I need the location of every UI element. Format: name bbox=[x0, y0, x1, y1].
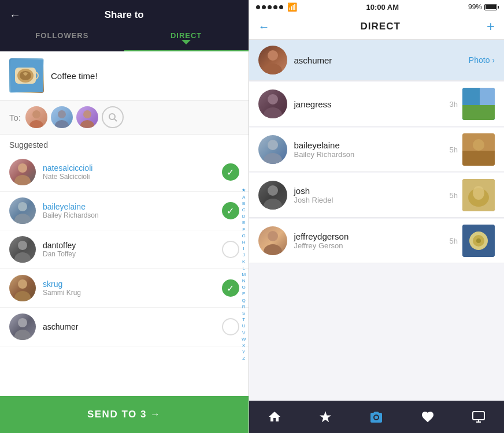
nav-camera[interactable] bbox=[368, 409, 384, 425]
svg-point-14 bbox=[18, 202, 27, 211]
nav-home[interactable] bbox=[266, 409, 283, 425]
post-thumbnail bbox=[9, 58, 44, 93]
contact-info-2: baileyelaine Bailey Richardson bbox=[43, 202, 222, 219]
left-tabs: FOLLOWERS DIRECT bbox=[0, 27, 249, 51]
direct-row-4[interactable]: josh Josh Riedel 5h bbox=[249, 173, 505, 218]
alpha-u[interactable]: U bbox=[242, 323, 246, 329]
alpha-a[interactable]: A bbox=[242, 194, 245, 200]
contact-avatar-1 bbox=[9, 159, 36, 185]
avatar-img-2 bbox=[51, 106, 73, 128]
to-avatars bbox=[25, 106, 124, 128]
nav-profile[interactable] bbox=[470, 409, 487, 425]
alpha-e[interactable]: E bbox=[242, 219, 245, 226]
direct-row-1[interactable]: aschumer Photo › bbox=[249, 40, 505, 81]
svg-rect-27 bbox=[462, 105, 495, 120]
direct-row-2[interactable]: janegress 3h bbox=[249, 82, 505, 126]
right-panel: 📶 10:00 AM 99% ← DIRECT + asch bbox=[249, 0, 505, 433]
back-button-right[interactable]: ← bbox=[258, 20, 270, 33]
status-right: 99% bbox=[468, 3, 497, 11]
svg-point-29 bbox=[268, 140, 278, 150]
to-avatar-2[interactable] bbox=[51, 106, 73, 128]
sparkle-icon bbox=[318, 410, 332, 424]
direct-username-4: josh bbox=[294, 186, 450, 196]
check-circle-2[interactable]: ✓ bbox=[222, 202, 239, 219]
alpha-i[interactable]: I bbox=[243, 245, 244, 252]
to-label: To: bbox=[9, 113, 21, 122]
alpha-v[interactable]: V bbox=[242, 330, 245, 336]
alpha-y[interactable]: Y bbox=[242, 349, 245, 355]
direct-avatar-img-4 bbox=[258, 181, 287, 210]
alpha-k[interactable]: K bbox=[242, 259, 245, 265]
tab-indicator bbox=[181, 40, 191, 44]
check-circle-3[interactable] bbox=[222, 241, 239, 258]
alpha-g[interactable]: G bbox=[242, 233, 246, 239]
contact-realname-2: Bailey Richardson bbox=[43, 211, 222, 219]
direct-avatar-3 bbox=[258, 135, 287, 164]
svg-point-18 bbox=[18, 279, 27, 289]
alpha-c[interactable]: C bbox=[242, 207, 246, 213]
contact-row[interactable]: aschumer bbox=[0, 308, 249, 346]
tab-direct[interactable]: DIRECT bbox=[124, 27, 249, 51]
direct-thumb-img-4 bbox=[462, 179, 495, 211]
back-button-left[interactable]: ← bbox=[9, 9, 21, 22]
tab-followers[interactable]: FOLLOWERS bbox=[0, 27, 124, 51]
contact-row[interactable]: dantoffey Dan Toffey bbox=[0, 230, 249, 269]
svg-point-23 bbox=[264, 64, 282, 74]
alpha-n[interactable]: N bbox=[242, 278, 246, 284]
alpha-f[interactable]: F bbox=[242, 226, 245, 233]
svg-point-35 bbox=[264, 199, 282, 210]
contact-info-1: natesalciccioli Nate Salciccioli bbox=[43, 163, 222, 181]
contact-row[interactable]: baileyelaine Bailey Richardson ✓ bbox=[0, 192, 249, 230]
direct-info-1: aschumer bbox=[294, 55, 469, 65]
to-avatar-3[interactable] bbox=[76, 106, 98, 128]
add-button[interactable]: + bbox=[487, 18, 495, 35]
alpha-m[interactable]: M bbox=[242, 271, 246, 278]
svg-rect-32 bbox=[462, 151, 495, 166]
to-row: To: bbox=[0, 100, 249, 135]
contact-realname-3: Dan Toffey bbox=[43, 250, 222, 258]
alpha-h[interactable]: H bbox=[242, 239, 246, 245]
nav-activity[interactable] bbox=[420, 409, 436, 425]
send-to-bar[interactable]: SEND TO 3 → bbox=[0, 396, 249, 433]
direct-row-3[interactable]: baileyelaine Bailey Richardson 5h bbox=[249, 128, 505, 172]
alpha-star[interactable]: ★ bbox=[242, 187, 246, 193]
direct-action-1[interactable]: Photo › bbox=[469, 55, 495, 65]
alpha-t[interactable]: T bbox=[242, 316, 245, 323]
alpha-r[interactable]: R bbox=[242, 304, 246, 310]
alpha-s[interactable]: S bbox=[242, 310, 245, 316]
direct-right-5: 5h bbox=[450, 237, 458, 245]
check-circle-1[interactable]: ✓ bbox=[222, 163, 239, 181]
alpha-q[interactable]: Q bbox=[242, 297, 246, 304]
alpha-w[interactable]: W bbox=[242, 336, 246, 342]
alpha-p[interactable]: P bbox=[242, 290, 245, 297]
direct-info-3: baileyelaine Bailey Richardson bbox=[294, 140, 450, 159]
alpha-d[interactable]: D bbox=[242, 213, 246, 219]
direct-subname-5: Jeffrey Gerson bbox=[294, 241, 450, 250]
svg-point-16 bbox=[18, 241, 27, 250]
contact-row[interactable]: skrug Sammi Krug ✓ bbox=[0, 269, 249, 308]
nav-explore[interactable] bbox=[317, 409, 333, 425]
signal-dot-1 bbox=[256, 5, 260, 9]
to-avatar-1[interactable] bbox=[25, 106, 47, 128]
contact-row[interactable]: natesalciccioli Nate Salciccioli ✓ bbox=[0, 153, 249, 192]
alpha-j[interactable]: J bbox=[243, 252, 245, 258]
alpha-x[interactable]: X bbox=[242, 342, 245, 349]
alpha-o[interactable]: O bbox=[242, 284, 246, 290]
svg-point-10 bbox=[109, 114, 115, 120]
svg-point-34 bbox=[268, 185, 278, 196]
check-circle-5[interactable] bbox=[222, 318, 239, 335]
right-header: ← DIRECT + bbox=[249, 14, 505, 40]
direct-username-1: aschumer bbox=[294, 55, 469, 65]
contact-avatar-2 bbox=[9, 197, 36, 224]
svg-point-7 bbox=[55, 120, 69, 128]
contact-info-5: aschumer bbox=[43, 322, 222, 331]
check-circle-4[interactable]: ✓ bbox=[222, 279, 239, 297]
direct-row-5[interactable]: jeffreydgerson Jeffrey Gerson 5h bbox=[249, 219, 505, 263]
direct-avatar-img-5 bbox=[258, 226, 287, 255]
alpha-l[interactable]: L bbox=[242, 265, 244, 271]
to-avatar-search[interactable] bbox=[102, 106, 124, 128]
direct-right-4: 5h bbox=[450, 191, 458, 200]
direct-time-3: 5h bbox=[450, 145, 458, 154]
alpha-z[interactable]: Z bbox=[242, 355, 245, 361]
alpha-b[interactable]: B bbox=[242, 200, 245, 207]
